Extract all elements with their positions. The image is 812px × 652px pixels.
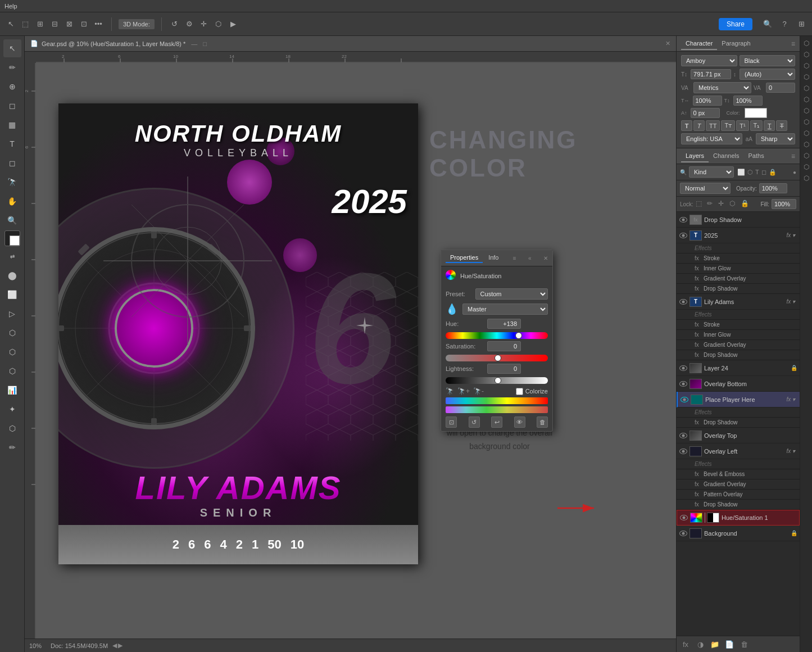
visibility-btn[interactable]: 👁 bbox=[514, 416, 525, 428]
sub-btn[interactable]: T₁ bbox=[750, 120, 763, 131]
props-header[interactable]: Properties Info ≡ « ✕ bbox=[441, 250, 552, 266]
colorize-checkbox[interactable] bbox=[516, 388, 523, 395]
filter-icon-adjust[interactable]: ⬡ bbox=[747, 169, 753, 176]
move-tool-icon[interactable]: ↖ bbox=[4, 18, 17, 30]
mini-tool-6[interactable]: ⬡ bbox=[801, 94, 811, 105]
layer-item-overlay-bottom[interactable]: Overlay Bottom bbox=[677, 376, 800, 392]
mini-tool-11[interactable]: ⬡ bbox=[801, 151, 811, 161]
mini-tool-13[interactable]: ⬡ bbox=[801, 173, 811, 183]
pen-tool[interactable]: ✏ bbox=[3, 438, 21, 456]
doc-tab-close[interactable]: ✕ bbox=[665, 40, 670, 47]
stamp-tool[interactable]: ⊕ bbox=[3, 78, 21, 96]
layer-item-24[interactable]: Layer 24 🔒 bbox=[677, 360, 800, 376]
swap-colors-icon[interactable]: ⇄ bbox=[3, 247, 21, 265]
effect-inner-glow-lily[interactable]: fx Inner Glow bbox=[677, 330, 800, 340]
mini-tool-1[interactable]: ⬡ bbox=[801, 38, 811, 48]
quick-mask-icon[interactable]: ⬤ bbox=[3, 266, 21, 284]
doc-tab-maximize[interactable]: □ bbox=[203, 40, 207, 47]
effect-gradient-overlay-left[interactable]: fx Gradient Overlay bbox=[677, 479, 800, 490]
settings-icon[interactable]: ⚙ bbox=[183, 18, 196, 30]
reset-btn[interactable]: ↩ bbox=[491, 416, 502, 428]
effect-drop-shadow-place[interactable]: fx Drop Shadow bbox=[677, 418, 800, 428]
fill-input[interactable] bbox=[772, 199, 796, 209]
effect-stroke-lily[interactable]: fx Stroke bbox=[677, 320, 800, 330]
canvas-area[interactable]: 📄 Gear.psd @ 10% (Hue/Saturation 1, Laye… bbox=[25, 36, 676, 652]
layer-vis-overlay-bottom[interactable] bbox=[679, 379, 688, 388]
layer-item-overlay-top[interactable]: Overlay Top bbox=[677, 428, 800, 443]
zoom-tool[interactable]: 🔍 bbox=[3, 211, 21, 229]
add-mask-btn[interactable]: ◑ bbox=[695, 639, 706, 650]
eraser-tool[interactable]: ◻ bbox=[3, 97, 21, 115]
channels-tab[interactable]: Channels bbox=[709, 150, 743, 162]
baseline-input[interactable] bbox=[691, 108, 720, 118]
effects-group-2025[interactable]: Effects bbox=[677, 243, 800, 253]
effects-group-lily[interactable]: Effects bbox=[677, 310, 800, 320]
super-btn[interactable]: T¹ bbox=[736, 120, 749, 131]
brush-tool[interactable]: ✏ bbox=[3, 58, 21, 76]
layer-vis-drop-shadow-top[interactable] bbox=[679, 215, 688, 224]
layer-item-lily-adams[interactable]: T Lily Adams fx ▾ bbox=[677, 294, 800, 310]
layer-item-drop-shadow-top[interactable]: fx Drop Shadow bbox=[677, 212, 800, 228]
allcaps-btn[interactable]: TT bbox=[706, 120, 720, 131]
lock-all-icon[interactable]: 🔒 bbox=[741, 200, 750, 209]
layer-item-2025[interactable]: T 2025 fx ▾ bbox=[677, 228, 800, 243]
filter-icon-text[interactable]: T bbox=[755, 169, 759, 175]
align-h-icon[interactable]: ⊟ bbox=[48, 18, 61, 30]
filter-icon[interactable]: ⬡ bbox=[3, 343, 21, 361]
bold-btn[interactable]: T bbox=[681, 120, 692, 131]
move2-icon[interactable]: ✛ bbox=[198, 18, 210, 30]
properties-icon[interactable]: ⬡ bbox=[3, 324, 21, 342]
eyedropper-tool[interactable]: 🔭 bbox=[3, 173, 21, 191]
font-family-select[interactable]: Amboy bbox=[681, 55, 737, 66]
antialiasing-select[interactable]: Sharp bbox=[756, 133, 795, 144]
props-tab-info[interactable]: Info bbox=[484, 253, 503, 263]
filter-toggle[interactable]: ● bbox=[793, 169, 796, 175]
layer-item-hue-sat[interactable]: Hue/Saturation 1 bbox=[677, 510, 800, 526]
paths-tab[interactable]: Paths bbox=[744, 150, 769, 162]
align-v-icon[interactable]: ⊠ bbox=[63, 18, 75, 30]
lock-artboard-icon[interactable]: ⬡ bbox=[729, 200, 738, 209]
layer-vis-2025[interactable] bbox=[679, 231, 688, 240]
paragraph-tab[interactable]: Paragraph bbox=[717, 38, 755, 50]
layer-vis-hue-sat[interactable] bbox=[679, 513, 688, 522]
language-select[interactable]: English: USA bbox=[681, 133, 742, 144]
layer-vis-place-player[interactable] bbox=[680, 395, 689, 404]
effect-drop-shadow-left[interactable]: fx Drop Shadow bbox=[677, 500, 800, 510]
smallcaps-btn[interactable]: Tᴛ bbox=[721, 120, 735, 131]
preset-select[interactable]: Custom bbox=[475, 288, 548, 300]
new-layer-btn[interactable]: 📄 bbox=[724, 639, 735, 650]
video-icon[interactable]: ▶ bbox=[227, 18, 239, 30]
layer-item-overlay-left[interactable]: Overlay Left fx ▾ bbox=[677, 443, 800, 459]
doc-tab-minimize[interactable]: — bbox=[191, 40, 197, 47]
lock-transparent-icon[interactable]: ⬚ bbox=[696, 200, 705, 209]
more-icon[interactable]: ••• bbox=[92, 18, 105, 30]
color-swatch[interactable] bbox=[745, 108, 767, 118]
mini-tool-12[interactable]: ⬡ bbox=[801, 162, 811, 172]
search-icon[interactable]: 🔍 bbox=[761, 18, 774, 30]
mini-tool-9[interactable]: ⬡ bbox=[801, 128, 811, 138]
lock-paint-icon[interactable]: ✏ bbox=[707, 200, 716, 209]
eyedropper-icon[interactable]: 💧 bbox=[446, 303, 458, 315]
font-style-select[interactable]: Black bbox=[740, 55, 796, 66]
shape-tool[interactable]: ◻ bbox=[3, 154, 21, 172]
filter-icon-shape[interactable]: ◻ bbox=[761, 169, 766, 176]
filter-type-select[interactable]: Kind bbox=[689, 166, 734, 178]
add-style-btn[interactable]: fx bbox=[680, 639, 691, 650]
props-panel-double-arrow[interactable]: « bbox=[528, 255, 532, 261]
mini-tool-4[interactable]: ⬡ bbox=[801, 72, 811, 82]
mini-tool-7[interactable]: ⬡ bbox=[801, 106, 811, 116]
layer-vis-24[interactable] bbox=[679, 364, 688, 373]
light-slider-track[interactable] bbox=[446, 377, 548, 384]
3d-obj-icon[interactable]: ⬡ bbox=[3, 362, 21, 380]
opacity-input[interactable] bbox=[759, 183, 787, 193]
props-tab-properties[interactable]: Properties bbox=[446, 253, 483, 263]
blend-mode-select[interactable]: Normal bbox=[680, 183, 731, 194]
layer-item-place-player[interactable]: Place Player Here fx ▾ bbox=[677, 392, 800, 408]
distribute-icon[interactable]: ⊡ bbox=[78, 18, 90, 30]
props-panel-menu[interactable]: ≡ bbox=[513, 255, 516, 261]
effect-inner-glow-2025[interactable]: fx Inner Glow bbox=[677, 264, 800, 274]
menu-help[interactable]: Help bbox=[4, 3, 17, 10]
effect-bevel-emboss[interactable]: fx Bevel & Emboss bbox=[677, 469, 800, 479]
effect-drop-shadow-2025[interactable]: fx Drop Shadow bbox=[677, 284, 800, 294]
sat-input[interactable] bbox=[487, 341, 521, 351]
